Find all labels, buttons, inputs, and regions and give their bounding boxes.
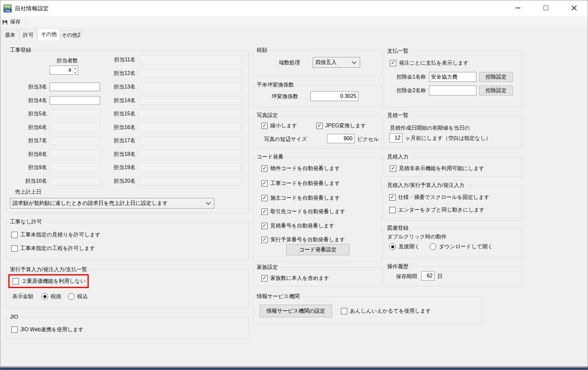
- checkbox-box-icon: [261, 180, 268, 187]
- radio-download-and-open[interactable]: ダウンロードして開く: [430, 242, 493, 251]
- staff4-input[interactable]: [50, 96, 100, 105]
- checkbox-auto-construction-code[interactable]: 工事コードを自動発番します: [261, 179, 340, 188]
- checkbox-fix-scroll[interactable]: 仕様・摘要でスクロールを固定します: [389, 193, 489, 202]
- staff8-input: [50, 150, 100, 158]
- checkbox-box-icon: [261, 195, 268, 201]
- display-amount-label: 表示金額: [12, 292, 33, 301]
- staff-count-spinner[interactable]: 4 ▲ ▼: [50, 66, 78, 75]
- pixel-unit-label: ピクセル: [357, 135, 379, 144]
- staff12-input: [139, 69, 241, 78]
- checkbox-jio-web[interactable]: JIO Web連携を使用します: [11, 325, 83, 334]
- checkbox-include-self-in-family[interactable]: 家族数に本人を含めます: [261, 274, 329, 282]
- app-icon-top: Any: [4, 4, 12, 9]
- checkbox-box-icon: [11, 327, 18, 333]
- radio-label: ダウンロードして開く: [439, 243, 493, 250]
- deduction1-input[interactable]: 安全協力費: [429, 72, 476, 82]
- photo-short-side-input[interactable]: 900: [327, 134, 354, 143]
- checkbox-anshin-iekarute[interactable]: あんしんいえかるてを使用します: [341, 307, 431, 315]
- tab-other2[interactable]: その他2: [60, 30, 81, 40]
- group-estimate-input: 見積入力 見積非表示機能を利用可能にします: [384, 157, 522, 177]
- checkbox-enter-as-tab[interactable]: エンターをタブと同じ動きにします: [389, 206, 485, 214]
- staff18-input: [139, 150, 241, 158]
- group-estimate-list: 見積一覧 見積作成日開始の初期値を当日の 12 ヶ月前にします（空白は指定なし）: [384, 115, 522, 149]
- tsubo-factor-label: 坪変換係数: [272, 92, 298, 101]
- retention-days-input[interactable]: 62: [421, 271, 435, 280]
- window-title: 自社情報設定: [15, 5, 49, 12]
- group-photo-settings: 写真設定 縮小します JPEG変換します 写真の短辺サイズ 900 ピクセル: [253, 115, 382, 149]
- tab-permit[interactable]: 許可: [20, 30, 37, 40]
- spinner-up-button[interactable]: ▲: [73, 66, 78, 70]
- sales-date-label: 売上計上日: [15, 188, 41, 196]
- checkbox-label: 実行予算番号を自動発番します: [270, 236, 345, 243]
- checkbox-label: あんしんいえかるてを使用します: [350, 308, 431, 315]
- checkbox-label: エンターをタブと同じ動きにします: [398, 207, 485, 214]
- staff17-label: 担当17名: [99, 136, 135, 145]
- maximize-button[interactable]: [537, 0, 555, 16]
- checkbox-label: JPEG変換します: [325, 122, 366, 129]
- staff10-label: 担当10名: [13, 177, 47, 185]
- checkbox-auto-budget-number[interactable]: 実行予算番号を自動発番します: [261, 235, 345, 244]
- radio-circle-icon: [41, 293, 48, 300]
- save-button[interactable]: 保存: [1, 17, 25, 27]
- group-estimate-budget-order-input: 見積入力/実行予算入力/発注入力 仕様・摘要でスクロールを固定します エンターを…: [384, 185, 522, 221]
- checkbox-disable-double-cost[interactable]: ２重原価機能を利用しない: [13, 277, 86, 285]
- checkbox-label: 縮小します: [270, 122, 297, 129]
- group-title: 家族設定: [255, 264, 279, 271]
- group-no-construction-permit: 工事なし許可 工事未指定の見積りを許可します 工事未指定の工程を許可します: [6, 222, 249, 260]
- code-numbering-settings-button[interactable]: コード発番設定: [286, 244, 349, 255]
- tab-other[interactable]: その他: [37, 28, 60, 40]
- checkbox-box-icon: [11, 232, 18, 238]
- tsubo-factor-input[interactable]: 0.3025: [310, 91, 358, 101]
- staff5-label: 担当5名: [13, 109, 47, 118]
- close-button[interactable]: [565, 0, 583, 16]
- minimize-button[interactable]: [508, 0, 527, 16]
- radio-tax-included[interactable]: 税込: [68, 292, 88, 301]
- checkbox-auto-property-code[interactable]: 物件コードを自動発番します: [261, 164, 340, 173]
- checkbox-auto-supplier-code[interactable]: 取引先コードを自動発番します: [261, 207, 345, 216]
- deduction2-settings-button[interactable]: 控除設定: [479, 86, 513, 95]
- radio-tax-excluded[interactable]: 税抜: [41, 292, 61, 301]
- staff20-input: [139, 177, 241, 185]
- group-title: 工事なし許可: [9, 218, 43, 225]
- staff18-label: 担当18名: [99, 150, 135, 158]
- checkbox-allow-schedule-without-construction[interactable]: 工事未指定の工程を許可します: [11, 244, 95, 253]
- radio-label: 税抜: [51, 293, 61, 300]
- checkbox-allow-estimate-without-construction[interactable]: 工事未指定の見積りを許可します: [11, 230, 100, 239]
- checkbox-shrink-photos[interactable]: 縮小します: [261, 121, 297, 130]
- deduction1-label: 控除金1名称: [397, 73, 426, 81]
- checkbox-auto-owner-code[interactable]: 施主コードを自動発番します: [261, 194, 340, 202]
- checkbox-estimate-hide-feature[interactable]: 見積非表示機能を利用可能にします: [390, 164, 484, 173]
- radio-circle-icon: [389, 243, 396, 250]
- deduction2-label: 控除金2名称: [397, 86, 426, 95]
- group-title: 情報サービス機関: [255, 293, 301, 300]
- sales-date-combobox[interactable]: 請求額が契約額に達したときの請求日を売上計上日に設定します: [10, 198, 214, 209]
- checkbox-auto-estimate-number[interactable]: 見積番号を自動発番します: [261, 221, 335, 230]
- radio-open-directly[interactable]: 直接開く: [389, 242, 420, 251]
- group-family-settings: 家族設定 家族数に本人を含めます: [253, 267, 382, 286]
- staff11-input: [139, 55, 241, 64]
- staff15-label: 担当15名: [99, 109, 135, 118]
- group-title: 図書登録: [386, 225, 410, 231]
- months-before-input[interactable]: 12: [389, 133, 402, 143]
- checkbox-label: 発注ごとに支払を表示します: [399, 60, 469, 67]
- deduction1-settings-button[interactable]: 控除設定: [479, 72, 513, 82]
- tab-basic[interactable]: 基本: [1, 30, 19, 40]
- days-unit-label: 日: [437, 272, 443, 281]
- staff3-label: 担当3名: [13, 83, 47, 91]
- checkbox-show-payment-per-order[interactable]: 発注ごとに支払を表示します: [390, 59, 469, 67]
- staff3-input[interactable]: [50, 83, 100, 91]
- checkbox-jpeg-convert[interactable]: JPEG変換します: [316, 121, 366, 130]
- rounding-combobox[interactable]: 四捨五入: [313, 57, 360, 68]
- checkbox-box-icon: [261, 209, 268, 215]
- group-title: 実行予算入力/発注入力/支払一覧: [9, 266, 88, 273]
- staff5-input: [50, 109, 100, 118]
- staff14-label: 担当14名: [99, 96, 135, 105]
- checkbox-label: 物件コードを自動発番します: [270, 165, 340, 172]
- group-title: 見積入力/実行予算入力/発注入力: [386, 182, 466, 189]
- staff7-label: 担当7名: [13, 136, 47, 145]
- information-service-settings-button[interactable]: 情報サービス機関の設定: [260, 305, 332, 317]
- staff16-label: 担当16名: [99, 123, 135, 132]
- floppy-disk-icon: [2, 20, 8, 25]
- deduction2-input[interactable]: [429, 86, 476, 95]
- spinner-down-button[interactable]: ▼: [73, 70, 78, 74]
